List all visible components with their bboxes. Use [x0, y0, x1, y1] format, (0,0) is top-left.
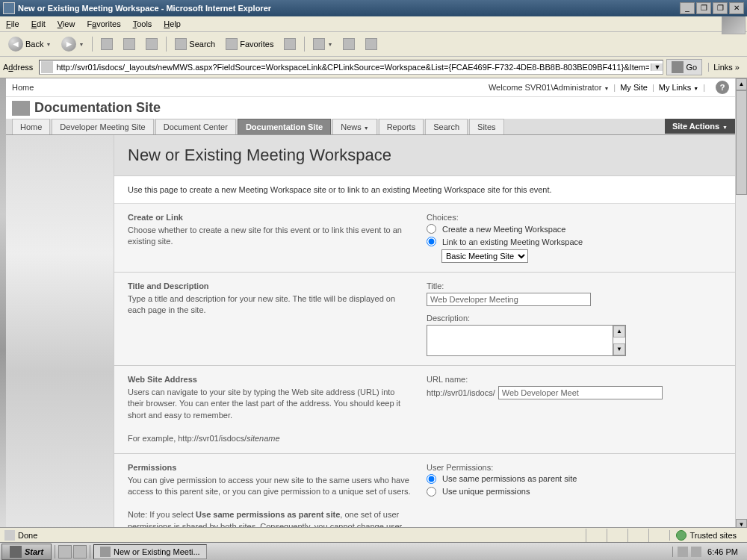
chevron-down-icon: ▼ — [78, 42, 84, 47]
vertical-scrollbar[interactable]: ▲ ▼ — [735, 78, 747, 531]
site-actions-button[interactable]: Site Actions▼ — [665, 119, 735, 134]
mail-button[interactable]: ▼ — [309, 36, 336, 52]
site-logo-icon — [12, 101, 30, 116]
url-label: URL name: — [427, 375, 722, 384]
address-box: ▼ — [39, 60, 663, 75]
section-create-or-link: Create or Link Choose whether to create … — [114, 204, 735, 273]
scroll-up-icon[interactable]: ▲ — [736, 78, 747, 90]
print-button[interactable] — [339, 36, 359, 52]
existing-workspace-select[interactable]: Basic Meeting Site — [441, 249, 528, 263]
help-icon[interactable]: ? — [716, 81, 729, 94]
radio-create-new-input[interactable] — [427, 224, 436, 234]
title-input[interactable] — [427, 293, 591, 306]
favorites-button[interactable]: Favorites — [222, 36, 277, 52]
status-pane — [627, 529, 648, 542]
window-title: New or Existing Meeting Workspace - Micr… — [18, 4, 680, 13]
my-links-link[interactable]: My Links ▼ — [659, 83, 698, 92]
welcome-user[interactable]: Welcome SVR01\Administrator ▼ — [489, 83, 609, 92]
scroll-up-icon[interactable]: ▲ — [613, 326, 625, 337]
ie-logo-icon — [722, 16, 746, 34]
quick-launch-icon[interactable] — [73, 545, 87, 559]
menu-bar: FFileile Edit View Favorites Tools Help — [0, 16, 747, 32]
page-description: Use this page to create a new Meeting Wo… — [114, 176, 735, 204]
scroll-thumb[interactable] — [736, 90, 747, 195]
breadcrumb-home[interactable]: Home — [12, 83, 34, 92]
star-icon — [226, 38, 238, 50]
menu-edit[interactable]: Edit — [31, 19, 46, 28]
section-title: Web Site Address — [128, 375, 412, 384]
status-text: Done — [18, 531, 37, 540]
section-title: Create or Link — [128, 213, 412, 222]
section-title: Permissions — [128, 463, 412, 472]
go-button[interactable]: Go — [666, 59, 702, 75]
description-textarea[interactable] — [427, 325, 613, 356]
url-input[interactable] — [55, 63, 651, 72]
search-button[interactable]: Search — [171, 36, 219, 52]
back-button[interactable]: ◄ Back ▼ — [4, 34, 55, 54]
maximize-button[interactable]: ❐ — [713, 2, 728, 14]
forward-button[interactable]: ► ▼ — [58, 34, 87, 54]
section-desc: Type a title and description for your ne… — [128, 293, 412, 317]
chevron-down-icon: ▼ — [46, 42, 51, 47]
radio-same-permissions-input[interactable] — [427, 474, 436, 484]
quick-launch-bar — [55, 545, 90, 559]
start-button[interactable]: Start — [1, 544, 52, 560]
close-button[interactable]: ✕ — [729, 2, 744, 14]
tab-news[interactable]: News▼ — [332, 119, 376, 134]
title-label: Title: — [427, 281, 722, 290]
tab-home[interactable]: Home — [12, 119, 50, 134]
tab-documentation-site[interactable]: Documentation Site — [238, 119, 331, 134]
history-button[interactable] — [280, 36, 300, 52]
quick-launch-icon[interactable] — [58, 545, 72, 559]
refresh-button[interactable] — [120, 36, 139, 52]
permissions-label: User Permissions: — [427, 463, 722, 472]
menu-help[interactable]: Help — [164, 19, 181, 28]
radio-same-permissions[interactable]: Use same permissions as parent site — [427, 474, 722, 484]
section-desc: Users can navigate to your site by typin… — [128, 387, 412, 444]
edit-button[interactable] — [362, 36, 381, 52]
sharepoint-topbar: Home Welcome SVR01\Administrator ▼ | My … — [6, 78, 735, 97]
search-icon — [175, 38, 187, 50]
radio-link-existing[interactable]: Link to an existing Meeting Workspace — [427, 237, 722, 246]
menu-favorites[interactable]: Favorites — [87, 19, 120, 28]
scroll-down-icon[interactable]: ▼ — [613, 343, 625, 355]
tray-icon[interactable] — [678, 547, 688, 557]
left-decoration — [0, 78, 6, 531]
restore-button[interactable]: ❐ — [696, 2, 711, 14]
site-name[interactable]: Documentation Site — [34, 100, 161, 116]
status-pane — [648, 529, 669, 542]
page-content: New or Existing Meeting Workspace Use th… — [114, 135, 735, 531]
page-title: New or Existing Meeting Workspace — [128, 146, 722, 165]
edit-icon — [365, 38, 377, 50]
url-name-input[interactable] — [498, 386, 663, 399]
menu-file[interactable]: FFileile — [6, 19, 19, 28]
tab-reports[interactable]: Reports — [379, 119, 424, 134]
my-site-link[interactable]: My Site — [620, 83, 648, 92]
section-title: Title and Description — [128, 281, 412, 290]
radio-create-new[interactable]: Create a new Meeting Workspace — [427, 224, 722, 234]
home-button[interactable] — [142, 36, 161, 52]
tray-icon[interactable] — [691, 547, 701, 557]
tab-search[interactable]: Search — [425, 119, 468, 134]
tab-document-center[interactable]: Document Center — [155, 119, 236, 134]
radio-unique-permissions-input[interactable] — [427, 487, 436, 497]
tab-sites[interactable]: Sites — [469, 119, 503, 134]
page-status-icon — [4, 530, 15, 541]
menu-view[interactable]: View — [58, 19, 75, 28]
links-button[interactable]: Links » — [708, 63, 744, 72]
section-desc: You can give permission to access your n… — [128, 475, 412, 531]
radio-unique-permissions[interactable]: Use unique permissions — [427, 487, 722, 497]
address-dropdown-icon[interactable]: ▼ — [651, 63, 663, 71]
radio-link-existing-input[interactable] — [427, 237, 436, 246]
menu-tools[interactable]: Tools — [133, 19, 152, 28]
tab-developer-meeting[interactable]: Developer Meeting Site — [52, 119, 153, 134]
address-bar: Address ▼ Go Links » — [0, 57, 747, 78]
clock[interactable]: 6:46 PM — [704, 547, 741, 556]
stop-button[interactable] — [97, 36, 117, 52]
back-icon: ◄ — [8, 37, 23, 52]
security-zone[interactable]: Trusted sites — [669, 530, 743, 541]
system-tray: 6:46 PM — [672, 547, 746, 557]
taskbar-window-button[interactable]: New or Existing Meeti... — [93, 544, 207, 559]
minimize-button[interactable]: _ — [680, 2, 695, 14]
section-desc: Choose whether to create a new site for … — [128, 225, 412, 248]
